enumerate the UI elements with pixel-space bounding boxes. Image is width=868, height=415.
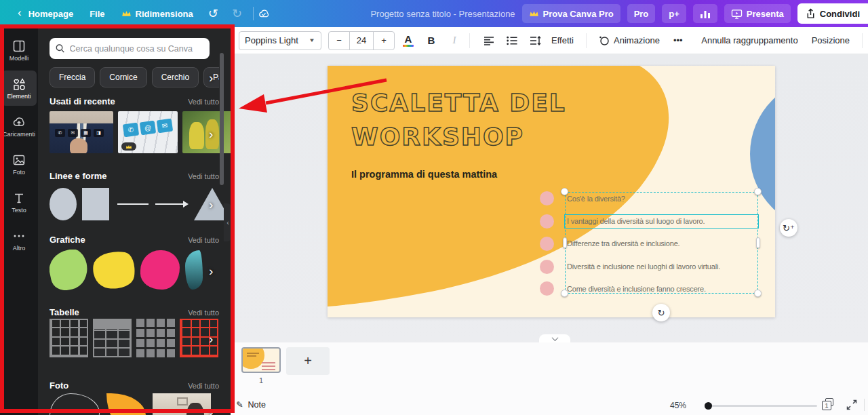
graphic-blob-yellow[interactable]	[90, 250, 137, 290]
section-title: Foto	[50, 380, 68, 391]
selection-handle-bottom-right[interactable]	[754, 290, 762, 297]
font-size-value[interactable]: 24	[349, 32, 374, 50]
sidebar-item-foto[interactable]: Foto	[1, 146, 37, 182]
shape-arrow[interactable]	[155, 203, 187, 205]
fullscreen-icon[interactable]	[846, 399, 857, 410]
position-button[interactable]: Posizione	[805, 35, 856, 45]
photo-frame-outline[interactable]	[50, 393, 100, 415]
selection-handle-left[interactable]	[563, 237, 567, 248]
refresh-element-button[interactable]: ↻⁺	[780, 219, 797, 237]
pro-badge[interactable]: Pro	[627, 4, 656, 23]
file-menu[interactable]: File	[81, 0, 113, 27]
table-template-cells[interactable]	[136, 319, 175, 357]
photo-room[interactable]	[153, 393, 211, 415]
chip-cornice[interactable]: Cornice	[100, 67, 146, 87]
selection-handle-bottom-left[interactable]	[561, 290, 568, 297]
animation-button[interactable]: Animazione	[592, 35, 667, 46]
zoom-slider-knob[interactable]	[705, 402, 712, 410]
recent-scroll-right-icon[interactable]: ›	[209, 127, 213, 140]
document-title[interactable]: Progetto senza titolo - Presentazione	[370, 9, 515, 19]
selection-handle-top-right[interactable]	[754, 188, 762, 195]
recent-photo-keyboard[interactable]: ✆ @ ✉	[118, 111, 178, 153]
panel-scrollbar[interactable]	[220, 53, 224, 185]
bottom-panel-collapse-tab[interactable]	[539, 334, 570, 342]
grid-view-button[interactable]: 1	[822, 398, 835, 412]
redo-icon[interactable]: ↻	[225, 6, 249, 21]
tables-scroll-right-icon[interactable]: ›	[209, 332, 213, 345]
shape-circle[interactable]	[50, 188, 77, 220]
see-all-link[interactable]: Vedi tutto	[188, 309, 219, 317]
shape-line[interactable]	[117, 203, 149, 205]
present-button[interactable]: Presenta	[724, 4, 791, 23]
bullet-dot[interactable]	[540, 260, 554, 274]
bullet-dot[interactable]	[540, 191, 554, 205]
resize-button[interactable]: Ridimensiona	[113, 0, 201, 27]
avatar[interactable]: p+	[662, 4, 686, 23]
bullet-list-button[interactable]	[502, 31, 521, 50]
rotate-handle[interactable]: ↻	[652, 304, 670, 321]
search-box[interactable]	[50, 38, 210, 59]
slide-canvas[interactable]: SCALETTA DEL WORKSHOP Il programma di qu…	[328, 66, 775, 317]
selected-text-outline[interactable]	[564, 214, 759, 229]
italic-button[interactable]: I	[445, 31, 464, 50]
zoom-slider[interactable]	[705, 405, 817, 407]
see-all-link[interactable]: Vedi tutto	[188, 172, 219, 180]
ungroup-button[interactable]: Annulla raggruppamento	[694, 35, 804, 45]
panel-collapse-handle[interactable]: ‹	[224, 203, 232, 241]
graphic-blob-green[interactable]	[50, 250, 91, 290]
shapes-scroll-right-icon[interactable]: ›	[209, 198, 213, 211]
object-rail: Modelli Elementi Caricamenti Foto Testo …	[0, 27, 38, 415]
sidebar-item-caricamenti[interactable]: Caricamenti	[1, 108, 37, 144]
canvas-workspace[interactable]: SCALETTA DEL WORKSHOP Il programma di qu…	[231, 54, 868, 342]
text-color-button[interactable]: A	[399, 31, 418, 50]
see-all-link[interactable]: Vedi tutto	[188, 98, 219, 106]
more-options-button[interactable]: •••	[667, 35, 690, 45]
table-template-grid[interactable]	[50, 319, 88, 357]
chip-freccia[interactable]: Freccia	[50, 67, 95, 87]
font-family-select[interactable]: Poppins Light ▼	[239, 31, 321, 50]
see-all-link[interactable]: Vedi tutto	[188, 382, 219, 390]
sidebar-item-altro[interactable]: Altro	[1, 222, 37, 258]
resize-label: Ridimensiona	[136, 9, 193, 19]
search-input[interactable]	[70, 44, 203, 54]
bold-button[interactable]: B	[422, 31, 441, 50]
undo-icon[interactable]: ↺	[201, 6, 225, 21]
share-button[interactable]: Condividi	[797, 3, 868, 24]
text-align-button[interactable]	[479, 31, 498, 50]
try-pro-label: Prova Canva Pro	[543, 9, 614, 19]
line-spacing-button[interactable]	[526, 31, 545, 50]
insights-button[interactable]	[693, 4, 717, 23]
font-size-decrease-button[interactable]: −	[329, 35, 349, 45]
bullet-dot[interactable]	[540, 237, 554, 251]
table-template-header[interactable]	[93, 319, 132, 357]
homepage-button[interactable]: ‹ Homepage	[0, 0, 81, 27]
photos-scroll-right-icon[interactable]: ›	[209, 406, 213, 415]
rail-label: Modelli	[9, 55, 29, 62]
shape-square[interactable]	[82, 188, 109, 220]
slide-title[interactable]: SCALETTA DEL WORKSHOP	[351, 86, 566, 154]
font-size-increase-button[interactable]: +	[374, 35, 394, 45]
add-page-button[interactable]: +	[286, 347, 330, 375]
chip-cerchio[interactable]: Cerchio	[152, 67, 199, 87]
selection-bounding-box[interactable]	[565, 192, 758, 294]
photo-orange-shape[interactable]	[106, 393, 146, 415]
see-all-link[interactable]: Vedi tutto	[188, 236, 219, 244]
effects-button[interactable]: Effetti	[545, 35, 580, 45]
notes-button[interactable]: ✎ Note	[236, 399, 266, 410]
rail-label: Testo	[12, 207, 26, 214]
graphic-blob-pink[interactable]	[140, 250, 180, 290]
page-thumbnail-1[interactable]	[241, 347, 281, 373]
bullet-dot[interactable]	[540, 281, 554, 296]
chips-scroll-right-icon[interactable]: ›	[209, 71, 213, 84]
recent-photo-businessman[interactable]: ✆✉▦◨	[50, 111, 113, 153]
sidebar-item-elementi[interactable]: Elementi	[1, 71, 37, 106]
sidebar-item-modelli[interactable]: Modelli	[1, 33, 37, 68]
selection-handle-top-left[interactable]	[561, 188, 568, 195]
sidebar-item-testo[interactable]: Testo	[1, 184, 37, 220]
try-pro-button[interactable]: Prova Canva Pro	[522, 4, 620, 23]
selection-handle-right[interactable]	[756, 237, 760, 248]
bullet-dot[interactable]	[540, 214, 554, 229]
slide-subtitle[interactable]: Il programma di questa mattina	[351, 169, 497, 180]
graphic-blob-teal[interactable]	[185, 250, 203, 290]
graphics-scroll-right-icon[interactable]: ›	[209, 264, 213, 277]
